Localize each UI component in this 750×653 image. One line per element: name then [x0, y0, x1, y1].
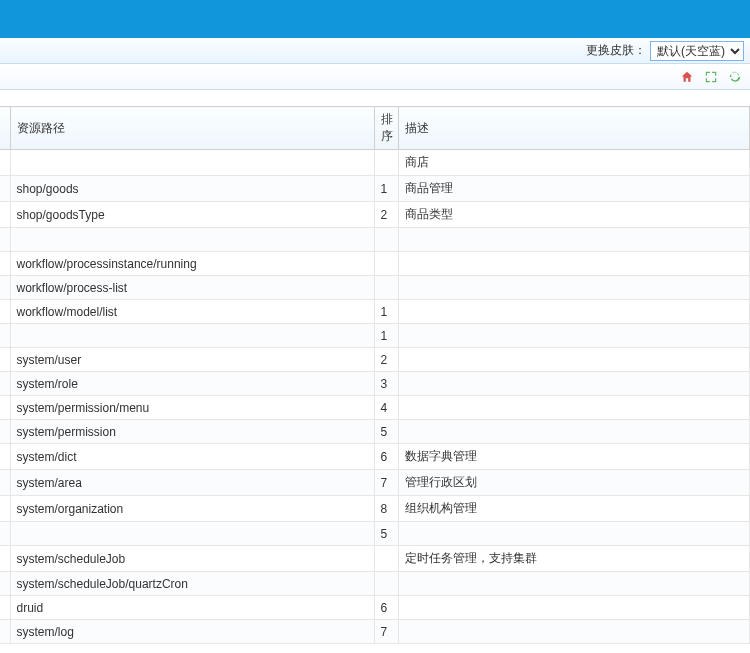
cell-desc: [398, 276, 750, 300]
table-row[interactable]: system/log7: [0, 620, 750, 644]
table-row[interactable]: druid6: [0, 596, 750, 620]
content: 资源路径 排序 描述 商店shop/goods1商品管理shop/goodsTy…: [0, 106, 750, 644]
cell-desc: [398, 572, 750, 596]
cell-lead: [0, 228, 10, 252]
cell-lead: [0, 252, 10, 276]
table-row[interactable]: shop/goods1商品管理: [0, 176, 750, 202]
table-row[interactable]: system/area7管理行政区划: [0, 470, 750, 496]
cell-lead: [0, 396, 10, 420]
cell-lead: [0, 596, 10, 620]
cell-order: [374, 228, 398, 252]
cell-order: 4: [374, 396, 398, 420]
cell-order: 1: [374, 324, 398, 348]
header-order[interactable]: 排序: [374, 107, 398, 150]
cell-path: system/log: [10, 620, 374, 644]
cell-order: [374, 546, 398, 572]
cell-order: 2: [374, 202, 398, 228]
cell-order: [374, 276, 398, 300]
cell-order: 5: [374, 522, 398, 546]
cell-desc: [398, 324, 750, 348]
cell-order: 1: [374, 176, 398, 202]
cell-path: shop/goodsType: [10, 202, 374, 228]
cell-desc: [398, 396, 750, 420]
skin-bar: 更换皮肤： 默认(天空蓝): [0, 38, 750, 64]
cell-lead: [0, 620, 10, 644]
cell-desc: [398, 420, 750, 444]
table-body: 商店shop/goods1商品管理shop/goodsType2商品类型work…: [0, 150, 750, 644]
cell-path: system/user: [10, 348, 374, 372]
cell-path: workflow/model/list: [10, 300, 374, 324]
cell-desc: 定时任务管理，支持集群: [398, 546, 750, 572]
cell-desc: [398, 372, 750, 396]
table-row[interactable]: 商店: [0, 150, 750, 176]
table-row[interactable]: system/permission5: [0, 420, 750, 444]
cell-desc: [398, 596, 750, 620]
cell-desc: 商品管理: [398, 176, 750, 202]
table-row[interactable]: workflow/processinstance/running: [0, 252, 750, 276]
cell-order: [374, 252, 398, 276]
cell-lead: [0, 348, 10, 372]
header-lead: [0, 107, 10, 150]
header-desc[interactable]: 描述: [398, 107, 750, 150]
cell-path: system/dict: [10, 444, 374, 470]
table-row[interactable]: [0, 228, 750, 252]
cell-order: 2: [374, 348, 398, 372]
skin-select[interactable]: 默认(天空蓝): [650, 41, 744, 61]
table-row[interactable]: 1: [0, 324, 750, 348]
resource-table: 资源路径 排序 描述 商店shop/goods1商品管理shop/goodsTy…: [0, 106, 750, 644]
table-row[interactable]: system/permission/menu4: [0, 396, 750, 420]
cell-lead: [0, 176, 10, 202]
cell-path: system/scheduleJob: [10, 546, 374, 572]
table-row[interactable]: system/dict6数据字典管理: [0, 444, 750, 470]
cell-desc: [398, 228, 750, 252]
table-row[interactable]: system/organization8组织机构管理: [0, 496, 750, 522]
cell-lead: [0, 150, 10, 176]
table-row[interactable]: shop/goodsType2商品类型: [0, 202, 750, 228]
cell-desc: 数据字典管理: [398, 444, 750, 470]
cell-lead: [0, 300, 10, 324]
table-row[interactable]: workflow/model/list1: [0, 300, 750, 324]
table-row[interactable]: system/scheduleJob/quartzCron: [0, 572, 750, 596]
cell-lead: [0, 546, 10, 572]
cell-lead: [0, 372, 10, 396]
cell-path: workflow/process-list: [10, 276, 374, 300]
cell-lead: [0, 202, 10, 228]
cell-order: 6: [374, 444, 398, 470]
refresh-icon[interactable]: [726, 68, 744, 86]
cell-lead: [0, 324, 10, 348]
cell-lead: [0, 276, 10, 300]
header-path[interactable]: 资源路径: [10, 107, 374, 150]
cell-order: 7: [374, 620, 398, 644]
cell-order: 7: [374, 470, 398, 496]
cell-lead: [0, 522, 10, 546]
top-banner: [0, 0, 750, 38]
cell-path: [10, 150, 374, 176]
table-row[interactable]: workflow/process-list: [0, 276, 750, 300]
cell-lead: [0, 572, 10, 596]
cell-path: druid: [10, 596, 374, 620]
cell-path: [10, 228, 374, 252]
cell-order: 3: [374, 372, 398, 396]
cell-path: [10, 522, 374, 546]
skin-label: 更换皮肤：: [586, 42, 646, 59]
cell-path: system/permission: [10, 420, 374, 444]
cell-path: system/area: [10, 470, 374, 496]
cell-path: system/organization: [10, 496, 374, 522]
table-row[interactable]: system/scheduleJob定时任务管理，支持集群: [0, 546, 750, 572]
cell-path: [10, 324, 374, 348]
table-row[interactable]: system/role3: [0, 372, 750, 396]
cell-desc: 组织机构管理: [398, 496, 750, 522]
cell-desc: [398, 300, 750, 324]
cell-lead: [0, 496, 10, 522]
fullscreen-icon[interactable]: [702, 68, 720, 86]
cell-lead: [0, 420, 10, 444]
table-row[interactable]: 5: [0, 522, 750, 546]
cell-lead: [0, 470, 10, 496]
cell-order: 8: [374, 496, 398, 522]
cell-desc: [398, 348, 750, 372]
cell-order: [374, 572, 398, 596]
cell-lead: [0, 444, 10, 470]
home-icon[interactable]: [678, 68, 696, 86]
cell-desc: 商品类型: [398, 202, 750, 228]
table-row[interactable]: system/user2: [0, 348, 750, 372]
